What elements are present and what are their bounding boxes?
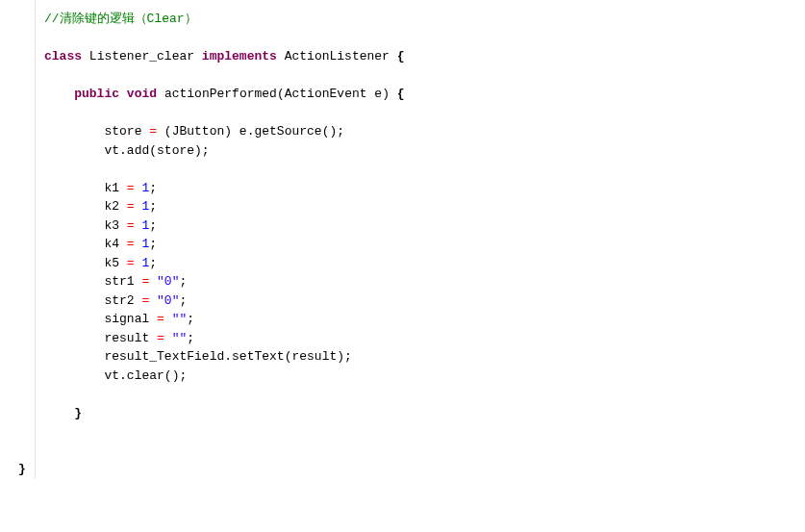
line-k4: k4 = 1; [44,235,805,254]
method-name: actionPerformed [164,87,277,101]
str-literal: "0" [157,274,179,289]
line-close-method: } [44,404,805,423]
interface-name: ActionListener [285,49,390,63]
op-assign: = [149,124,157,139]
brace: } [18,462,26,476]
line-class-decl: class Listener_clear implements ActionLi… [44,47,805,66]
line-settext: result_TextField.setText(result); [44,347,805,367]
blank-line [44,104,805,123]
comment-text: //清除键的逻辑（Clear） [44,12,197,26]
code-block: //清除键的逻辑（Clear） class Listener_clear imp… [0,0,805,479]
blank-line [44,160,805,179]
line-k3: k3 = 1; [44,216,805,236]
line-method-decl: public void actionPerformed(ActionEvent … [44,85,805,104]
param: ActionEvent e [285,87,382,101]
line-vtadd: vt.add(store); [44,141,805,161]
gutter-line [35,0,36,479]
kw-class: class [44,49,82,63]
code-pre: //清除键的逻辑（Clear） class Listener_clear imp… [0,10,805,479]
line-str1: str1 = "0"; [44,272,805,291]
line-result: result = ""; [44,329,805,348]
kw-void: void [127,87,157,101]
line-k1: k1 = 1; [44,179,805,198]
line-vtclear: vt.clear(); [44,367,805,386]
brace: } [74,406,82,420]
line-k2: k2 = 1; [44,197,805,216]
brace: { [397,87,405,101]
line-comment: //清除键的逻辑（Clear） [44,10,805,29]
blank-line [44,29,805,48]
line-close-class: } [18,460,805,479]
str-literal: "" [172,312,188,326]
line-str2: str2 = "0"; [44,291,805,311]
line-k5: k5 = 1; [44,254,805,273]
blank-line [44,442,805,461]
brace: { [397,49,405,63]
line-store: store = (JButton) e.getSource(); [44,122,805,141]
kw-public: public [74,87,119,101]
blank-line [44,385,805,404]
blank-line [44,66,805,86]
line-signal: signal = ""; [44,310,805,329]
kw-implements: implements [202,49,277,63]
blank-line [44,422,805,442]
class-name: Listener_clear [89,49,194,63]
